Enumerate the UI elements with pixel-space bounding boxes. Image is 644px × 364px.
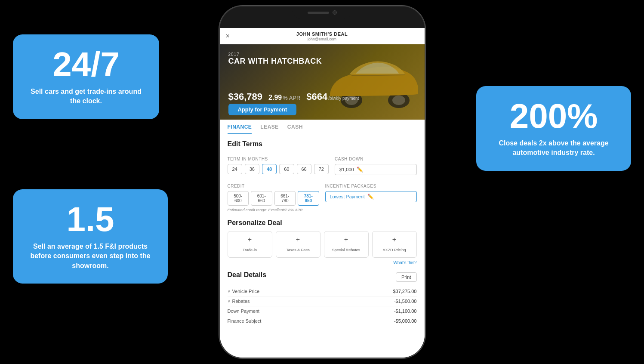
- edit-cash-icon[interactable]: ✏️: [357, 167, 363, 173]
- edit-terms-title: Edit Terms: [228, 140, 417, 148]
- deal-details-section: Deal Details Print ∨ Vehicle Price $37,2…: [228, 271, 417, 326]
- credit-label: CREDIT: [228, 184, 319, 188]
- taxes-fees-plus-icon: +: [279, 236, 317, 244]
- trade-in-item[interactable]: + Trade-in: [228, 231, 272, 258]
- credit-buttons-row: 500-600 601-660 661-780 781-850: [228, 191, 319, 206]
- trade-in-plus-icon: +: [231, 236, 269, 244]
- car-payment: $664: [306, 91, 327, 102]
- term-months-col: TERM IN MONTHS 24 36 48 60 66 72: [228, 152, 329, 175]
- incentive-value: Lowest Payment: [330, 194, 365, 199]
- deal-row-down-payment: Down Payment -$1,100.00: [228, 306, 417, 316]
- stat-card-247: 24/7 Sell cars and get trade-ins around …: [13, 34, 159, 119]
- cash-down-label: CASH DOWN: [335, 157, 417, 161]
- car-pricing-row: $36,789 2.99 % APR $664 /biwkly payment: [228, 91, 359, 102]
- whats-this-link[interactable]: What's this?: [228, 260, 417, 265]
- term-label: TERM IN MONTHS: [228, 157, 329, 161]
- car-payment-suffix: /biwkly payment: [328, 96, 359, 101]
- car-apr-number: 2.99: [268, 94, 282, 102]
- car-price: $36,789: [228, 91, 263, 102]
- deal-title: JOHN SMITH'S DEAL: [296, 31, 348, 37]
- deal-row-rebates: ∨ Rebates -$1,500.00: [228, 296, 417, 306]
- stat-description-200: Close deals 2x above the average automot…: [491, 139, 616, 158]
- vehicle-price-label: ∨ Vehicle Price: [228, 289, 260, 294]
- credit-601-660[interactable]: 601-660: [251, 191, 272, 206]
- deal-details-title: Deal Details: [228, 271, 267, 279]
- trade-in-label: Trade-in: [243, 248, 257, 252]
- screen-header: × JOHN SMITH'S DEAL john@email.com: [220, 28, 425, 44]
- taxes-fees-item[interactable]: + Taxes & Fees: [276, 231, 320, 258]
- print-button[interactable]: Print: [396, 272, 417, 282]
- stat-description-247: Sell cars and get trade-ins around the c…: [28, 87, 144, 106]
- rebates-value: -$1,500.00: [394, 299, 417, 304]
- car-year: 2017: [228, 52, 322, 57]
- close-button[interactable]: ×: [226, 32, 230, 40]
- deal-details-header: Deal Details Print: [228, 271, 417, 283]
- deal-row-vehicle-price: ∨ Vehicle Price $37,275.00: [228, 287, 417, 296]
- screen-scrollable-content: FINANCE LEASE CASH Edit Terms TERM IN MO…: [220, 120, 425, 358]
- power-button[interactable]: [425, 67, 425, 95]
- stat-number-200: 200%: [491, 99, 616, 133]
- phone-frame: × JOHN SMITH'S DEAL john@email.com: [219, 6, 425, 358]
- phone-notch: [292, 6, 352, 19]
- stat-card-15: 1.5 Sell an average of 1.5 F&I products …: [13, 189, 168, 284]
- tab-finance[interactable]: FINANCE: [228, 124, 252, 134]
- term-24[interactable]: 24: [228, 164, 242, 174]
- credit-500-600[interactable]: 500-600: [228, 191, 249, 206]
- finance-subject-value: -$5,000.00: [394, 318, 417, 324]
- term-60[interactable]: 60: [279, 164, 294, 174]
- cash-down-col: CASH DOWN $1,000 ✏️: [335, 152, 417, 175]
- phone-screen: × JOHN SMITH'S DEAL john@email.com: [220, 28, 425, 358]
- apply-payment-button[interactable]: Apply for Payment: [228, 104, 297, 115]
- term-buttons-row: 24 36 48 60 66 72: [228, 164, 329, 174]
- car-hero-section: 2017 CAR WITH HATCHBACK $36,789 2.99 % A…: [220, 44, 425, 120]
- personalize-grid: + Trade-in + Taxes & Fees + Special Reba…: [228, 231, 417, 258]
- front-camera: [333, 10, 337, 15]
- credit-incentive-row: CREDIT 500-600 601-660 661-780 781-850 E…: [228, 179, 417, 212]
- stat-number-15: 1.5: [28, 202, 153, 237]
- stat-number-247: 24/7: [28, 47, 144, 82]
- credit-661-780[interactable]: 661-780: [274, 191, 296, 206]
- vehicle-price-chevron[interactable]: ∨: [228, 289, 231, 293]
- term-72[interactable]: 72: [314, 164, 329, 174]
- credit-estimate: Estimated credit range: Excellent/2.8% A…: [228, 208, 319, 212]
- svg-point-1: [392, 96, 405, 105]
- personalize-deal-section: Personalize Deal + Trade-in + Taxes & Fe…: [228, 219, 417, 265]
- car-apr-label: % APR: [283, 95, 300, 101]
- term-36[interactable]: 36: [245, 164, 259, 174]
- down-payment-value: -$1,100.00: [394, 308, 417, 314]
- cash-down-value: $1,000: [339, 167, 354, 172]
- incentive-button[interactable]: Lowest Payment ✏️: [325, 191, 417, 202]
- stat-description-15: Sell an average of 1.5 F&I products befo…: [28, 242, 153, 271]
- vehicle-price-value: $37,275.00: [393, 289, 416, 294]
- down-payment-label: Down Payment: [228, 308, 260, 314]
- main-scene: 24/7 Sell cars and get trade-ins around …: [0, 0, 644, 364]
- incentive-col: INCENTIVE PACKAGES Lowest Payment ✏️: [325, 179, 417, 212]
- term-48[interactable]: 48: [262, 164, 277, 174]
- rebates-label: ∨ Rebates: [228, 299, 250, 304]
- axzd-pricing-plus-icon: +: [375, 236, 414, 244]
- edit-incentive-icon[interactable]: ✏️: [367, 194, 374, 200]
- deal-row-finance-subject: Finance Subject -$5,000.00: [228, 316, 417, 326]
- cash-down-field[interactable]: $1,000 ✏️: [335, 164, 417, 175]
- tab-lease[interactable]: LEASE: [260, 124, 279, 134]
- credit-col: CREDIT 500-600 601-660 661-780 781-850 E…: [228, 179, 319, 212]
- stat-card-200: 200% Close deals 2x above the average au…: [476, 86, 631, 171]
- speaker-grille: [308, 12, 329, 14]
- car-name: CAR WITH HATCHBACK: [228, 57, 322, 66]
- special-rebates-item[interactable]: + Special Rebates: [324, 231, 369, 258]
- finance-tabs: FINANCE LEASE CASH: [228, 120, 417, 134]
- term-66[interactable]: 66: [297, 164, 311, 174]
- axzd-pricing-item[interactable]: + AXZD Pricing: [372, 231, 417, 258]
- rebates-chevron[interactable]: ∨: [228, 299, 231, 303]
- personalize-title: Personalize Deal: [228, 219, 417, 227]
- car-info-overlay: 2017 CAR WITH HATCHBACK: [228, 52, 322, 66]
- tab-cash[interactable]: CASH: [287, 124, 303, 134]
- credit-781-850[interactable]: 781-850: [298, 191, 319, 206]
- taxes-fees-label: Taxes & Fees: [286, 248, 310, 252]
- phone-notch-area: [220, 6, 425, 28]
- terms-cash-row: TERM IN MONTHS 24 36 48 60 66 72 C: [228, 152, 417, 175]
- special-rebates-plus-icon: +: [327, 236, 366, 244]
- edit-terms-section: Edit Terms TERM IN MONTHS 24 36 48 60 66…: [228, 140, 417, 212]
- finance-subject-label: Finance Subject: [228, 318, 262, 324]
- incentive-label: INCENTIVE PACKAGES: [325, 184, 417, 188]
